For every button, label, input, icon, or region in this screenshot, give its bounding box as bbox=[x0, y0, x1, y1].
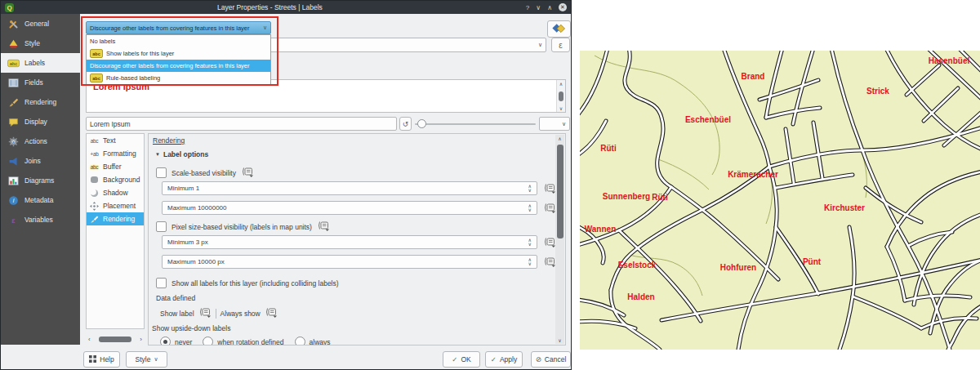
abc-label-icon: abc bbox=[90, 74, 103, 82]
upside-down-label: Show upside-down labels bbox=[152, 324, 230, 332]
chevron-down-icon: ∨ bbox=[562, 121, 566, 127]
scale-min-spinbox[interactable]: Minimum 1 ∧∨ bbox=[162, 181, 537, 195]
joins-icon bbox=[7, 155, 20, 167]
map-canvas[interactable]: HasenbüelBrandStrickEschenbüelRütiKrämer… bbox=[580, 51, 980, 350]
scroll-down-icon[interactable]: ∨ bbox=[558, 337, 561, 343]
shade-icon[interactable]: ∨ bbox=[536, 4, 541, 11]
sidebar-item-general[interactable]: General bbox=[1, 14, 80, 33]
radio-when-rotation-defined[interactable] bbox=[203, 337, 213, 345]
sidebar-item-joins[interactable]: Joins bbox=[1, 151, 80, 171]
scrollbar-thumb[interactable] bbox=[559, 91, 564, 101]
radio-always[interactable] bbox=[295, 337, 305, 345]
labeling-mode-dropdown: No labels abc Show labels for this layer… bbox=[86, 34, 271, 85]
spin-arrows-icon[interactable]: ∧∨ bbox=[528, 204, 532, 212]
preview-scrollbar[interactable]: ∧ ∨ bbox=[556, 80, 565, 112]
text-icon: abc bbox=[89, 136, 100, 145]
tab-text[interactable]: abc Text bbox=[87, 134, 144, 147]
scrollbar-thumb[interactable] bbox=[99, 337, 131, 342]
sidebar-item-actions[interactable]: Actions bbox=[1, 132, 80, 151]
panel-title: Rendering bbox=[153, 136, 185, 145]
data-defined-icon[interactable] bbox=[317, 221, 330, 233]
reset-sample-button[interactable]: ↺ bbox=[399, 117, 412, 131]
style-button[interactable]: Style ∨ bbox=[126, 351, 167, 368]
titlebar[interactable]: Q Layer Properties - Streets | Labels ? … bbox=[1, 1, 571, 14]
expression-builder-button[interactable]: ε bbox=[551, 38, 570, 52]
scroll-down-icon[interactable]: ∨ bbox=[559, 105, 563, 111]
chevron-down-icon: ∨ bbox=[154, 356, 158, 363]
background-icon bbox=[89, 176, 100, 185]
font-size-combobox[interactable]: ∨ bbox=[539, 117, 570, 131]
tab-list-horizontal-scrollbar[interactable]: ‹ › bbox=[86, 334, 145, 345]
spin-arrows-icon[interactable]: ∧∨ bbox=[528, 185, 532, 192]
radio-never[interactable] bbox=[160, 337, 171, 345]
sidebar-item-fields[interactable]: Fields bbox=[1, 73, 80, 92]
dropdown-option-show-labels[interactable]: abc Show labels for this layer bbox=[87, 47, 270, 60]
scroll-right-icon[interactable]: › bbox=[140, 336, 142, 343]
tab-formatting[interactable]: +ab Formatting bbox=[87, 147, 144, 160]
sidebar-item-display[interactable]: Display bbox=[1, 112, 80, 132]
scale-visibility-checkbox[interactable] bbox=[156, 167, 167, 178]
show-all-labels-row: Show all labels for this layer (includin… bbox=[156, 278, 339, 288]
tab-buffer[interactable]: abc Buffer bbox=[87, 160, 144, 173]
data-defined-icon[interactable] bbox=[198, 307, 212, 319]
help-button[interactable]: Help bbox=[83, 351, 120, 368]
layer-properties-dialog: Q Layer Properties - Streets | Labels ? … bbox=[0, 0, 572, 370]
sidebar: General Style abc Labels Fields Renderin… bbox=[1, 14, 80, 345]
show-all-labels-checkbox[interactable] bbox=[156, 278, 167, 288]
panel-scrollbar[interactable]: ∧ ∨ bbox=[555, 135, 564, 344]
dropdown-option-rule-based[interactable]: abc Rule-based labeling bbox=[87, 72, 270, 84]
tab-shadow[interactable]: Shadow bbox=[87, 186, 144, 199]
scrollbar-thumb[interactable] bbox=[557, 145, 564, 238]
sample-text-input[interactable] bbox=[86, 117, 397, 131]
slider-handle[interactable] bbox=[417, 119, 426, 128]
display-icon bbox=[7, 116, 20, 127]
font-size-slider[interactable] bbox=[415, 117, 536, 131]
sidebar-item-style[interactable]: Style bbox=[1, 33, 80, 53]
apply-button[interactable]: ✓ Apply bbox=[485, 351, 523, 368]
abc-label-icon: abc bbox=[90, 49, 103, 58]
spin-arrows-icon[interactable]: ∧∨ bbox=[528, 238, 532, 246]
map-label: Rüti bbox=[652, 193, 667, 202]
unshade-icon[interactable]: ∧ bbox=[547, 4, 552, 11]
check-icon: ✓ bbox=[452, 355, 457, 363]
data-defined-icon[interactable] bbox=[241, 167, 254, 179]
sidebar-item-labels[interactable]: abc Labels bbox=[1, 53, 80, 73]
label-settings-tab-list: abc Text +ab Formatting abc Buffer Backg… bbox=[86, 133, 145, 329]
diagrams-icon bbox=[7, 175, 20, 186]
style-icon bbox=[7, 38, 20, 49]
tab-background[interactable]: Background bbox=[87, 173, 144, 186]
data-defined-icon[interactable] bbox=[265, 307, 278, 319]
pixel-visibility-checkbox[interactable] bbox=[156, 221, 167, 232]
epsilon-icon: ε bbox=[559, 41, 562, 50]
collapse-triangle-icon: ▼ bbox=[155, 152, 160, 157]
upside-down-radio-row: never when rotation defined always bbox=[160, 337, 331, 345]
scroll-up-icon[interactable]: ∧ bbox=[559, 81, 563, 87]
spin-arrows-icon[interactable]: ∧∨ bbox=[528, 258, 532, 265]
scroll-left-icon[interactable]: ‹ bbox=[88, 336, 91, 343]
pixel-visibility-row: Pixel size-based visibility (labels in m… bbox=[156, 221, 330, 233]
titlebar-help-icon[interactable]: ? bbox=[526, 4, 529, 11]
pixel-min-spinbox[interactable]: Minimum 3 px ∧∨ bbox=[162, 235, 537, 249]
sidebar-item-rendering[interactable]: Rendering bbox=[1, 92, 80, 112]
sidebar-item-metadata[interactable]: i Metadata bbox=[1, 190, 80, 210]
automated-placement-settings-button[interactable] bbox=[547, 20, 571, 38]
scroll-up-icon[interactable]: ∧ bbox=[558, 136, 561, 141]
cancel-button[interactable]: ⊘ Cancel bbox=[531, 351, 571, 368]
sidebar-item-variables[interactable]: ε Variables bbox=[1, 210, 80, 230]
sidebar-item-diagrams[interactable]: Diagrams bbox=[1, 171, 80, 190]
actions-gear-icon bbox=[7, 136, 20, 147]
separator bbox=[216, 309, 216, 319]
close-icon[interactable]: ✕ bbox=[559, 3, 567, 11]
dropdown-option-no-labels[interactable]: No labels bbox=[87, 35, 270, 47]
map-label: Pünt bbox=[803, 257, 821, 266]
tab-rendering[interactable]: Rendering bbox=[87, 212, 144, 225]
labeling-mode-combobox[interactable]: Discourage other labels from covering fe… bbox=[86, 21, 271, 34]
map-label: Sunnenberg bbox=[603, 192, 650, 201]
dropdown-option-discourage[interactable]: Discourage other labels from covering fe… bbox=[87, 60, 270, 72]
pixel-max-spinbox[interactable]: Maximum 10000 px ∧∨ bbox=[162, 255, 537, 269]
svg-text:ε: ε bbox=[11, 216, 16, 225]
tab-placement[interactable]: Placement bbox=[87, 199, 144, 212]
label-options-group-header[interactable]: ▼ Label options bbox=[155, 150, 208, 158]
scale-max-spinbox[interactable]: Maximum 10000000 ∧∨ bbox=[162, 201, 537, 215]
ok-button[interactable]: ✓ OK bbox=[443, 351, 480, 368]
